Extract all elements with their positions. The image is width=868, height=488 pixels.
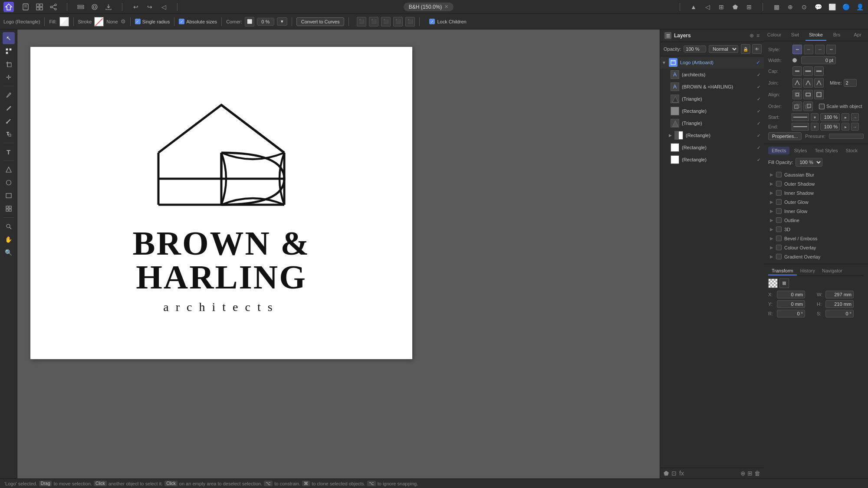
effect-3d[interactable]: ▶ 3D: [768, 225, 864, 234]
tool-fill[interactable]: [3, 128, 15, 140]
transform-h-input[interactable]: [825, 300, 854, 308]
transform-x-input[interactable]: [777, 291, 805, 298]
join-round-icon[interactable]: [814, 78, 824, 88]
end-arrow-btn[interactable]: →: [851, 123, 859, 131]
grid2-icon[interactable]: ▦: [772, 2, 781, 12]
layer-artboard[interactable]: ▼ Logo (Artboard) ✓: [660, 56, 764, 69]
chat-icon[interactable]: 💬: [813, 2, 823, 12]
mirror-icon[interactable]: ◁: [703, 2, 712, 12]
effects-tab-textstyles[interactable]: Text Styles: [811, 147, 841, 154]
tool-shape1[interactable]: [3, 164, 15, 176]
tool-shape4[interactable]: [3, 203, 15, 215]
layers-collapse-icon[interactable]: ☰: [664, 32, 671, 39]
tab-brs[interactable]: Brs: [826, 29, 847, 41]
effect-bevel-emboss[interactable]: ▶ Bevel / Emboss: [768, 234, 864, 243]
transform-y-input[interactable]: [777, 300, 805, 308]
finder-icon[interactable]: ⬜: [827, 2, 837, 12]
align-center-icon[interactable]: [803, 90, 813, 99]
grid-icon[interactable]: [35, 2, 44, 12]
tool-crop[interactable]: [3, 58, 15, 70]
align-bottom-icon[interactable]: ⬛: [405, 17, 415, 26]
layers-lock-icon[interactable]: 🔒: [741, 44, 750, 54]
transform-color2-preview[interactable]: [779, 278, 789, 288]
app-logo[interactable]: [3, 2, 14, 12]
outer-glow-checkbox[interactable]: [776, 199, 782, 205]
tool-pencil[interactable]: [3, 102, 15, 114]
align-left-icon[interactable]: ⬛: [357, 17, 366, 26]
3d-expand-icon[interactable]: ▶: [770, 227, 773, 232]
layer-type-icon[interactable]: ⬟: [664, 470, 669, 477]
effects-icon[interactable]: [90, 2, 99, 12]
style-dot-icon[interactable]: ┄: [815, 45, 825, 54]
cap-butt-icon[interactable]: [792, 66, 802, 76]
inner-glow-checkbox[interactable]: [776, 208, 782, 214]
user-icon[interactable]: 👤: [855, 2, 865, 12]
tool-brush[interactable]: [3, 115, 15, 127]
outer-glow-expand-icon[interactable]: ▶: [770, 200, 773, 204]
start-up-btn[interactable]: ▸: [842, 113, 849, 121]
layer-item-0[interactable]: A (architects) ✓: [660, 69, 764, 81]
effects-tab-stock[interactable]: Stock: [842, 147, 861, 154]
align-center-icon[interactable]: ⬛: [369, 17, 378, 26]
convert-to-curves-button[interactable]: Convert to Curves: [296, 17, 345, 26]
end-down-btn[interactable]: ▾: [811, 123, 819, 131]
cap-round-icon[interactable]: [814, 66, 824, 76]
outline-checkbox[interactable]: [776, 217, 782, 223]
outline-expand-icon[interactable]: ▶: [770, 218, 773, 223]
layer-item-5[interactable]: ▶ (Rectangle) ✓: [660, 129, 764, 141]
transform-tab-navigator[interactable]: Navigator: [819, 267, 846, 275]
transform-color-preview[interactable]: [768, 278, 778, 288]
colour-overlay-expand-icon[interactable]: ▶: [770, 245, 773, 250]
undo-icon[interactable]: ↩: [131, 2, 141, 12]
style-solid-icon[interactable]: ━: [792, 45, 802, 54]
fill-opacity-select[interactable]: 100 %: [796, 158, 822, 167]
layers-eye-icon[interactable]: 👁: [752, 44, 762, 54]
effect-outer-shadow[interactable]: ▶ Outer Shadow: [768, 179, 864, 188]
effect-gaussian-blur[interactable]: ▶ Gaussian Blur: [768, 170, 864, 179]
bevel-emboss-checkbox[interactable]: [776, 236, 782, 241]
share-icon[interactable]: [49, 2, 58, 12]
tool-shape3[interactable]: [3, 190, 15, 202]
snap-icon[interactable]: ▲: [689, 2, 698, 12]
macro-icon[interactable]: ⊞: [744, 2, 754, 12]
tool-text[interactable]: T: [3, 146, 15, 158]
layer-item-4[interactable]: (Triangle) ✓: [660, 117, 764, 129]
effect-inner-shadow[interactable]: ▶ Inner Shadow: [768, 188, 864, 197]
settings-icon[interactable]: ⊙: [799, 2, 809, 12]
style-custom-icon[interactable]: ┅: [826, 45, 836, 54]
effects-tab-styles[interactable]: Styles: [790, 147, 810, 154]
fill-swatch[interactable]: [59, 17, 69, 26]
colour-overlay-checkbox[interactable]: [776, 245, 782, 250]
tab-colour[interactable]: Colour: [764, 29, 785, 41]
tool-select[interactable]: ↖: [3, 32, 15, 44]
layer-item-1[interactable]: A (BROWN & +HARLING) ✓: [660, 81, 764, 93]
mitre-input[interactable]: [844, 79, 857, 87]
end-percent-input[interactable]: [820, 123, 840, 131]
tab-stroke[interactable]: Stroke: [806, 29, 826, 41]
tool-hand[interactable]: ✋: [3, 233, 15, 246]
new-file-icon[interactable]: [21, 2, 30, 12]
tool-move[interactable]: ✛: [3, 71, 15, 83]
transform-icon[interactable]: ⬟: [730, 2, 740, 12]
start-arrow-btn[interactable]: →: [851, 113, 859, 121]
absolute-sizes-checkbox[interactable]: ✓ Absolute sizes: [179, 19, 217, 24]
layer-group-icon[interactable]: ⊞: [747, 470, 753, 477]
corner-type-icon[interactable]: ⬜: [245, 17, 254, 26]
layer-item-3[interactable]: (Rectangle) ✓: [660, 105, 764, 117]
inner-glow-expand-icon[interactable]: ▶: [770, 209, 773, 213]
single-radius-checkbox[interactable]: ✓ Single radius: [135, 19, 170, 24]
gaussian-blur-checkbox[interactable]: [776, 172, 782, 177]
layers-icon[interactable]: [76, 2, 85, 12]
transform-s-input[interactable]: [825, 310, 854, 318]
style-dash-icon[interactable]: ╌: [804, 45, 813, 54]
stroke-swatch[interactable]: [94, 17, 104, 26]
end-up-btn[interactable]: ▸: [842, 123, 849, 131]
tool-pen[interactable]: [3, 89, 15, 101]
transform-w-input[interactable]: [825, 291, 854, 298]
tool-zoom[interactable]: [3, 220, 15, 233]
gradient-overlay-expand-icon[interactable]: ▶: [770, 254, 773, 259]
layer-delete-icon[interactable]: 🗑: [754, 470, 760, 477]
layers-search-icon[interactable]: ⊕: [750, 33, 754, 39]
back-icon[interactable]: ◁: [159, 2, 168, 12]
join-miter-icon[interactable]: [792, 78, 802, 88]
